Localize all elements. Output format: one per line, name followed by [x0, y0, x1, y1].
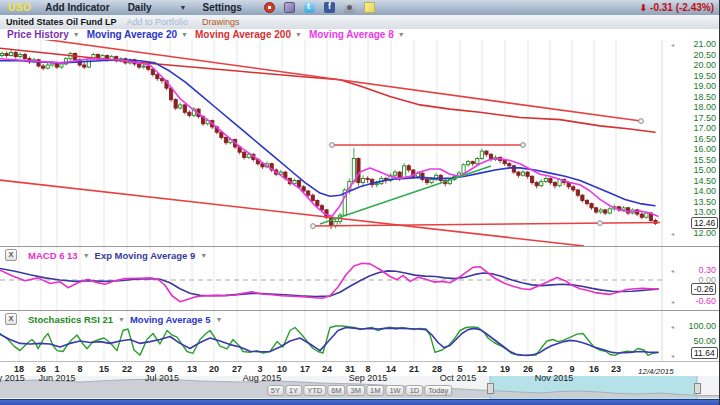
bottom-bar: [0, 399, 720, 405]
axis-arrow-icon: ◂: [671, 230, 674, 237]
date-tick-label: 27: [232, 364, 242, 374]
price-tick-label: 16.50: [676, 134, 716, 144]
month-label: Jun 2015: [38, 373, 75, 383]
down-arrow-icon: ⬇: [640, 3, 648, 13]
date-tick-label: 16: [589, 364, 599, 374]
macd-indicator-label[interactable]: MACD 6 13: [28, 250, 78, 261]
support-line: [313, 223, 660, 227]
period-dropdown[interactable]: Daily: [128, 2, 152, 13]
close-icon[interactable]: X: [5, 313, 17, 325]
indicator-legend: Price History▼ Moving Average 20▼ Moving…: [0, 29, 720, 40]
month-label: Sep 2015: [349, 373, 388, 383]
month-label: Nov 2015: [535, 373, 574, 383]
range-handle-right[interactable]: [694, 383, 701, 394]
price-tick-label: 20.50: [676, 50, 716, 60]
chevron-down-icon[interactable]: ▼: [181, 31, 188, 38]
chevron-down-icon[interactable]: ▼: [216, 316, 223, 323]
add-to-portfolio-button[interactable]: Add to Portfolio: [127, 17, 189, 27]
macd-tick-label: 0.30: [676, 265, 716, 275]
stoch-tick-label: 50.00: [676, 336, 716, 346]
legend-label: Price History: [7, 29, 69, 40]
range-button-today[interactable]: Today: [424, 385, 452, 396]
price-tick-label: 21.00: [676, 39, 716, 49]
price-tick-label: 17.50: [676, 113, 716, 123]
month-label: May 2015: [0, 373, 25, 383]
legend-price-history[interactable]: Price History▼: [7, 29, 80, 40]
facebook-icon[interactable]: [324, 2, 335, 13]
chevron-down-icon[interactable]: ▼: [118, 316, 125, 323]
last-price-box: 12.46: [691, 217, 718, 229]
axis-arrow-icon: ◂: [671, 323, 674, 330]
drawings-button[interactable]: Drawings: [202, 17, 240, 27]
price-tick-label: 15.50: [676, 155, 716, 165]
stoch-overlay-label[interactable]: Moving Average 5: [130, 314, 211, 325]
legend-moving-average-200[interactable]: Moving Average 200▼: [195, 29, 302, 40]
range-button-1m[interactable]: 1M: [366, 385, 384, 396]
axis-arrow-icon: ◂: [671, 267, 674, 274]
chevron-down-icon[interactable]: ▼: [398, 31, 405, 38]
range-button-6m[interactable]: 6M: [327, 385, 345, 396]
chevron-down-icon[interactable]: ▼: [73, 31, 80, 38]
title-bar: USO Add Indicator Daily ▼ Settings ⬇ -0.…: [0, 0, 720, 16]
macd-panel-header: X MACD 6 13▼ Exp Moving Average 9▼: [5, 249, 207, 261]
axis-arrow-icon: ◂: [671, 41, 674, 48]
price-tick-label: 13.00: [676, 207, 716, 217]
chevron-down-icon[interactable]: ▼: [83, 252, 90, 259]
date-tick-label: 12: [477, 364, 487, 374]
fund-name: United States Oil Fund LP: [6, 17, 117, 27]
price-tick-label: 12.00: [676, 228, 716, 238]
range-button-5y[interactable]: 5Y: [267, 385, 284, 396]
note-icon[interactable]: [364, 2, 375, 13]
downtrend-line-lower: [0, 180, 584, 246]
price-tick-label: 14.00: [676, 186, 716, 196]
price-tick-label: 18.00: [676, 102, 716, 112]
twitter-icon[interactable]: [304, 2, 315, 13]
date-tick-label: 26: [523, 364, 533, 374]
axis-arrow-icon: ◂: [671, 352, 674, 359]
date-tick-label: 20: [209, 364, 219, 374]
legend-moving-average-20[interactable]: Moving Average 20▼: [87, 29, 188, 40]
stoch-panel-header: X Stochastics RSI 21▼ Moving Average 5▼: [5, 313, 223, 325]
range-buttons: 5Y1YYTD6M3M1M1W1DToday: [267, 385, 453, 396]
charting-app-window: USO Add Indicator Daily ▼ Settings ⬇ -0.…: [0, 0, 720, 405]
date-tick-label: 22: [122, 364, 132, 374]
date-tick-label: 24: [322, 364, 332, 374]
stoch-indicator-label[interactable]: Stochastics RSI 21: [28, 314, 113, 325]
range-button-1w[interactable]: 1W: [385, 385, 404, 396]
price-tick-label: 19.00: [676, 81, 716, 91]
close-icon[interactable]: X: [5, 249, 17, 261]
legend-label: Moving Average 20: [87, 29, 177, 40]
price-tick-label: 14.50: [676, 176, 716, 186]
range-handle-left[interactable]: [487, 383, 494, 394]
range-button-1d[interactable]: 1D: [406, 385, 424, 396]
month-label: Oct 2015: [440, 373, 477, 383]
macd-overlay-label[interactable]: Exp Moving Average 9: [95, 250, 196, 261]
settings-button[interactable]: Settings: [202, 2, 241, 13]
range-button-1y[interactable]: 1Y: [285, 385, 302, 396]
stoch-tick-label: 100.00: [676, 321, 716, 331]
price-tick-label: 13.50: [676, 197, 716, 207]
downtrend-line-upper: [42, 39, 641, 121]
stoch-value-box: 11.64: [691, 347, 718, 359]
month-label: Aug 2015: [243, 373, 282, 383]
range-button-3m[interactable]: 3M: [347, 385, 365, 396]
add-indicator-button[interactable]: Add Indicator: [45, 2, 109, 13]
apps-icon[interactable]: [284, 2, 295, 13]
alarm-icon[interactable]: [264, 2, 275, 13]
price-tick-label: 17.00: [676, 123, 716, 133]
toolbar-icons: [264, 2, 375, 13]
camera-icon[interactable]: [344, 2, 355, 13]
chevron-down-icon[interactable]: ▼: [180, 4, 187, 11]
date-tick-label: 13: [187, 364, 197, 374]
legend-moving-average-8[interactable]: Moving Average 8▼: [309, 29, 405, 40]
chevron-down-icon[interactable]: ▼: [295, 31, 302, 38]
range-button-ytd[interactable]: YTD: [303, 385, 326, 396]
date-tick-label: 21: [409, 364, 419, 374]
price-tick-label: 18.50: [676, 92, 716, 102]
chevron-down-icon[interactable]: ▼: [200, 252, 207, 259]
month-label: Jul 2015: [145, 373, 179, 383]
date-tick-label: 15: [99, 364, 109, 374]
date-tick-label: 19: [500, 364, 510, 374]
price-chart[interactable]: [0, 39, 720, 246]
date-axis: 1826181522296132027310172431814212851219…: [0, 362, 720, 376]
